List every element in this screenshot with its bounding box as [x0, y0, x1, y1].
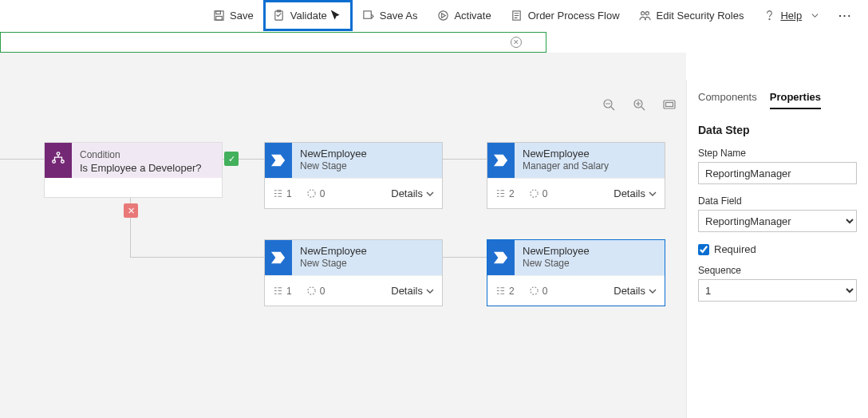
stage-entity: NewEmployee	[300, 148, 434, 160]
notification-bar: ✕	[0, 32, 546, 53]
more-button[interactable]: ···	[831, 0, 860, 31]
steps-count: 1	[273, 286, 292, 297]
chevron-down-icon	[808, 10, 821, 22]
details-button[interactable]: Details	[614, 187, 657, 199]
validate-label: Validate	[290, 10, 327, 22]
save-label: Save	[230, 10, 254, 22]
save-as-label: Save As	[380, 10, 418, 22]
step-name-label: Step Name	[698, 148, 857, 159]
roles-label: Edit Security Roles	[657, 10, 744, 22]
data-field-select[interactable]: ReportingManager	[698, 210, 857, 232]
stage-icon	[265, 143, 292, 178]
stage-entity: NewEmployee	[523, 148, 657, 160]
stage-name: New Stage	[523, 258, 657, 269]
tab-properties[interactable]: Properties	[770, 91, 821, 109]
flow-step: 0	[529, 286, 548, 297]
sequence-select[interactable]: 1	[698, 279, 857, 302]
panel-tabs: Components Properties	[698, 80, 857, 116]
stage-entity: NewEmployee	[523, 245, 657, 258]
flow-step: 0	[306, 188, 326, 199]
canvas-tools	[602, 97, 677, 112]
condition-type-label: Condition	[80, 149, 214, 160]
properties-panel: Components Properties Data Step Step Nam…	[686, 80, 868, 418]
svg-point-18	[308, 190, 315, 197]
stage-icon	[487, 143, 515, 178]
step-name-input[interactable]	[698, 162, 857, 184]
fit-to-screen-button[interactable]	[662, 97, 677, 112]
activate-button[interactable]: Activate	[427, 0, 500, 31]
svg-point-21	[531, 287, 538, 294]
panel-section-title: Data Step	[698, 124, 857, 136]
steps-count: 2	[495, 286, 515, 297]
data-field-label: Data Field	[698, 195, 857, 207]
details-button[interactable]: Details	[391, 285, 434, 297]
tab-components[interactable]: Components	[698, 91, 757, 109]
required-checkbox[interactable]	[698, 244, 709, 255]
connector-line	[0, 159, 44, 160]
stage-entity: NewEmployee	[300, 245, 434, 258]
designer-canvas[interactable]: Condition Is Employee a Developer? ✓ ✕ N…	[0, 53, 686, 418]
stage-card-newemployee-3[interactable]: NewEmployee New Stage 1 0 Details	[264, 239, 443, 306]
svg-point-9	[645, 12, 649, 15]
condition-question: Is Employee a Developer?	[80, 162, 214, 174]
svg-rect-2	[215, 16, 222, 20]
details-button[interactable]: Details	[614, 285, 657, 297]
help-icon	[763, 10, 775, 22]
cursor-icon	[330, 10, 343, 22]
activate-icon	[436, 10, 449, 22]
stage-name: New Stage	[300, 160, 434, 172]
save-as-icon	[362, 10, 375, 22]
svg-rect-1	[215, 11, 220, 14]
save-button[interactable]: Save	[203, 0, 263, 31]
connector-line	[443, 257, 487, 258]
edit-security-roles-button[interactable]: Edit Security Roles	[629, 0, 754, 31]
sequence-label: Sequence	[698, 265, 857, 276]
zoom-in-button[interactable]	[632, 97, 646, 112]
connector-line	[130, 257, 264, 258]
svg-rect-5	[364, 11, 371, 18]
connector-line	[443, 159, 487, 160]
stage-name: Manager and Salary	[523, 160, 657, 172]
svg-point-6	[439, 11, 448, 20]
branch-no-marker: ✕	[124, 203, 138, 218]
steps-count: 2	[495, 188, 515, 199]
svg-point-10	[769, 19, 770, 20]
condition-footer	[45, 178, 222, 197]
flow-step: 0	[306, 286, 326, 297]
activate-label: Activate	[454, 10, 491, 22]
condition-card[interactable]: Condition Is Employee a Developer?	[44, 142, 223, 198]
details-button[interactable]: Details	[391, 187, 434, 199]
svg-point-20	[308, 287, 315, 294]
svg-point-15	[57, 152, 60, 156]
stage-card-manager-salary[interactable]: NewEmployee Manager and Salary 2 0 Detai…	[487, 142, 665, 209]
required-label[interactable]: Required	[714, 243, 756, 255]
more-icon: ···	[838, 10, 852, 22]
svg-point-19	[531, 190, 538, 197]
svg-point-8	[641, 12, 645, 15]
validate-icon	[273, 10, 286, 22]
flow-step: 0	[529, 188, 548, 199]
stage-card-newemployee-1[interactable]: NewEmployee New Stage 1 0 Details	[264, 142, 443, 209]
svg-rect-14	[666, 103, 673, 107]
stage-card-newemployee-4[interactable]: NewEmployee New Stage 2 0 Details	[487, 239, 665, 306]
zoom-out-button[interactable]	[602, 97, 616, 112]
branch-yes-marker: ✓	[224, 152, 239, 166]
svg-point-17	[61, 160, 65, 164]
save-icon	[212, 10, 225, 22]
toolbar: Save Validate Save As Activate Order Pro…	[0, 0, 868, 32]
help-label: Help	[780, 10, 802, 22]
help-button[interactable]: Help	[753, 0, 831, 31]
validate-button[interactable]: Validate	[263, 0, 353, 31]
svg-point-16	[53, 160, 56, 164]
stage-icon	[265, 240, 292, 275]
order-flow-icon	[511, 10, 523, 22]
stage-icon	[487, 240, 515, 275]
save-as-button[interactable]: Save As	[353, 0, 428, 31]
roles-icon	[639, 10, 652, 22]
order-process-flow-button[interactable]: Order Process Flow	[501, 0, 629, 31]
stage-name: New Stage	[300, 258, 434, 269]
steps-count: 1	[273, 188, 292, 199]
order-flow-label: Order Process Flow	[528, 10, 620, 22]
notification-close-icon[interactable]: ✕	[511, 37, 522, 48]
